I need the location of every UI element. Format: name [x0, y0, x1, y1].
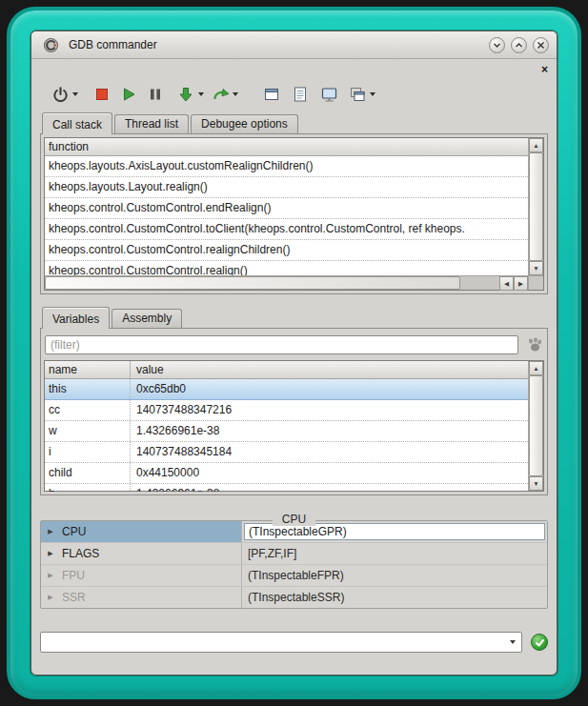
variables-tabbar: Variables Assembly — [40, 306, 548, 328]
scrollbar-corner — [528, 275, 543, 290]
scroll-down-icon[interactable]: ▼ — [529, 476, 543, 491]
combobox-dropdown-button[interactable] — [504, 634, 520, 651]
callstack-vertical-scrollbar[interactable]: ▲ ▼ — [528, 138, 543, 275]
tab-debugee-options[interactable]: Debugee options — [191, 114, 298, 133]
power-dropdown-icon[interactable] — [72, 92, 78, 96]
scroll-down-icon[interactable]: ▼ — [529, 261, 543, 275]
callstack-row[interactable]: kheops.layouts.AxisLayout.customRealignC… — [45, 156, 528, 177]
power-button[interactable] — [50, 84, 71, 105]
filter-row — [45, 335, 543, 354]
pause-button[interactable] — [145, 84, 166, 105]
step-into-icon — [177, 86, 194, 103]
callstack-table: function kheops.layouts.AxisLayout.custo… — [44, 137, 544, 291]
dock-header: × — [40, 59, 548, 77]
command-bar — [40, 632, 548, 653]
cpu-tree-row[interactable]: ▶ FPU (TInspectableFPR) — [41, 565, 547, 587]
callstack-header: function — [45, 138, 543, 156]
gdb-commander-window: GDB commander × — [30, 30, 558, 676]
variables-rows: this 0xc65db0 cc 140737488347216 w 1.432… — [45, 379, 528, 492]
window-frame: GDB commander × — [7, 7, 581, 699]
monitor-icon — [320, 86, 338, 104]
power-icon — [51, 86, 70, 104]
tab-call-stack[interactable]: Call stack — [42, 112, 112, 134]
minimize-button[interactable] — [489, 37, 505, 53]
show-monitor-button[interactable] — [318, 84, 339, 105]
scroll-up-icon[interactable]: ▲ — [529, 361, 543, 375]
variables-vertical-scrollbar[interactable]: ▲ ▼ — [528, 361, 543, 491]
chevron-up-icon — [515, 41, 523, 50]
close-icon — [537, 41, 545, 50]
cpu-tree-row[interactable]: ▶ SSR (TInspectableSSR) — [41, 587, 547, 608]
variable-row[interactable]: cc 140737488347216 — [45, 400, 528, 421]
show-list-button[interactable] — [290, 84, 311, 105]
scroll-track — [460, 276, 499, 290]
callstack-pane: function kheops.layouts.AxisLayout.custo… — [40, 133, 548, 294]
chevron-down-icon — [493, 41, 501, 50]
checkmark-icon — [535, 637, 545, 648]
horizontal-scroll-thumb[interactable] — [45, 276, 460, 290]
command-input[interactable] — [43, 634, 502, 651]
step-into-dropdown-icon[interactable] — [198, 92, 204, 96]
show-watch-dropdown-icon[interactable] — [370, 92, 375, 96]
form-window-icon — [263, 86, 280, 103]
variables-table: name value this 0xc65db0 cc 140737488347… — [44, 360, 544, 492]
step-into-button[interactable] — [175, 84, 196, 105]
vertical-scroll-thumb[interactable] — [529, 152, 543, 261]
command-combobox[interactable] — [40, 632, 522, 653]
dock-close-icon[interactable]: × — [541, 64, 548, 75]
window-title: GDB commander — [69, 38, 157, 51]
maximize-button[interactable] — [511, 37, 527, 53]
document-list-icon — [292, 86, 309, 103]
expand-icon[interactable]: ▶ — [41, 565, 60, 586]
window-body: × — [31, 59, 557, 676]
pause-icon — [147, 86, 164, 103]
callstack-row[interactable]: kheops.layouts.Layout.realign() — [45, 177, 528, 198]
cpu-group-title: CPU — [41, 513, 547, 526]
variables-pane: name value this 0xc65db0 cc 140737488347… — [40, 328, 548, 495]
stacked-windows-icon — [349, 86, 366, 103]
expand-icon[interactable]: ▶ — [41, 587, 60, 608]
titlebar[interactable]: GDB commander — [31, 31, 557, 59]
tab-assembly[interactable]: Assembly — [112, 309, 182, 328]
variable-row[interactable]: w 1.43266961e-38 — [45, 421, 528, 442]
tab-variables[interactable]: Variables — [42, 307, 110, 329]
show-watch-button[interactable] — [347, 84, 368, 105]
tab-thread-list[interactable]: Thread list — [114, 114, 189, 133]
app-icon — [43, 37, 59, 53]
window-controls — [489, 37, 549, 53]
stop-button[interactable] — [91, 84, 112, 105]
column-function[interactable]: function — [45, 138, 89, 155]
column-name[interactable]: name — [45, 361, 131, 378]
scroll-left-icon[interactable]: ◀ — [499, 276, 514, 291]
column-value[interactable]: value — [131, 361, 543, 378]
callstack-row[interactable]: kheops.control.CustomControl.endRealign(… — [45, 198, 528, 219]
scroll-up-icon[interactable]: ▲ — [529, 138, 543, 152]
step-over-icon — [212, 86, 230, 104]
step-over-dropdown-icon[interactable] — [233, 92, 238, 96]
show-form-button[interactable] — [261, 84, 282, 105]
callstack-horizontal-scrollbar[interactable]: ◀ ▶ — [45, 275, 528, 290]
paw-icon[interactable] — [526, 336, 543, 353]
variable-row[interactable]: this 0xc65db0 — [45, 379, 528, 400]
cpu-tree-row[interactable]: ▶ FLAGS [PF,ZF,IF] — [41, 543, 547, 565]
expand-icon[interactable]: ▶ — [41, 543, 60, 564]
run-button[interactable] — [118, 84, 139, 105]
confirm-button[interactable] — [531, 634, 548, 651]
callstack-rows: kheops.layouts.AxisLayout.customRealignC… — [45, 156, 543, 282]
debug-toolbar — [40, 77, 548, 111]
callstack-tabbar: Call stack Thread list Debugee options — [40, 111, 548, 133]
scroll-right-icon[interactable]: ▶ — [514, 276, 528, 291]
close-button[interactable] — [533, 37, 549, 53]
variable-row[interactable]: i 140737488345184 — [45, 442, 528, 463]
vertical-scroll-thumb[interactable] — [529, 375, 543, 476]
cpu-groupbox: CPU ▶ CPU (TInspectableGPR) ▶ FLAGS [PF,… — [40, 520, 548, 609]
variable-row[interactable]: child 0x44150000 — [45, 463, 528, 484]
step-over-button[interactable] — [210, 84, 231, 105]
chevron-down-icon — [510, 640, 516, 644]
stop-icon — [93, 86, 111, 103]
callstack-row[interactable]: kheops.control.CustomControl.realignChil… — [45, 240, 528, 261]
filter-input[interactable] — [45, 335, 518, 354]
variables-header: name value — [45, 361, 543, 379]
variable-row[interactable]: b 1.43266961e-38 — [45, 484, 528, 492]
callstack-row[interactable]: kheops.control.CustomControl.toClient(kh… — [45, 219, 528, 240]
